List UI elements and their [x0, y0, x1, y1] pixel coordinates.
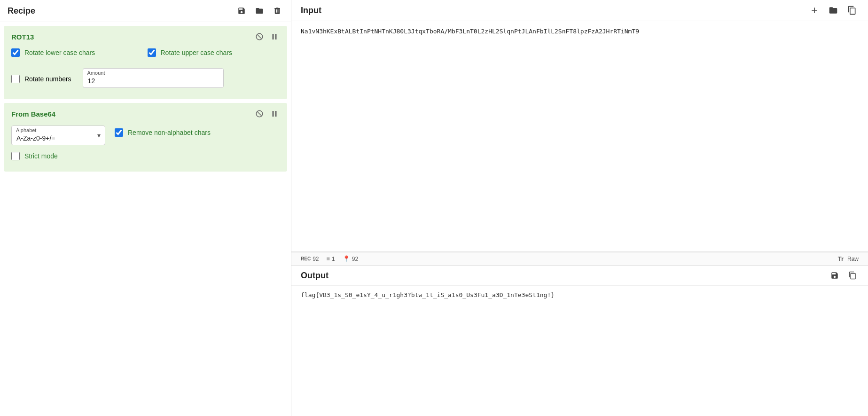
- amount-label: Amount: [87, 70, 105, 76]
- rot13-title: ROT13: [11, 33, 34, 41]
- input-header: Input: [291, 0, 868, 21]
- copy-icon: [847, 6, 857, 15]
- remove-non-alphabet-row: Remove non-alphabet chars: [115, 128, 211, 137]
- output-header: Output: [291, 266, 868, 286]
- open-folder-button[interactable]: [253, 6, 266, 16]
- rotate-numbers-row: Rotate numbers Amount: [11, 68, 280, 92]
- rotate-upper-checkbox[interactable]: [148, 48, 156, 57]
- rotate-numbers-checkbox[interactable]: [11, 75, 20, 83]
- recipe-header: Recipe: [0, 0, 291, 22]
- svg-rect-2: [273, 34, 274, 39]
- lines-value: 1: [332, 256, 335, 262]
- recipe-title: Recipe: [8, 6, 35, 16]
- amount-field: Amount: [83, 68, 224, 88]
- trash-icon: [273, 7, 282, 15]
- recipe-panel: Recipe ROT13: [0, 0, 291, 416]
- from-base64-card: From Base64: [4, 103, 287, 172]
- svg-rect-3: [275, 34, 277, 39]
- pause-icon: [270, 32, 279, 41]
- save-recipe-button[interactable]: [235, 6, 248, 16]
- input-text[interactable]: Na1vN3hKExBtALBtInPtNHTnKJ80L3JtqxTboRA/…: [291, 21, 868, 251]
- from-base64-disable-button[interactable]: [254, 109, 265, 119]
- save-output-icon: [830, 271, 839, 280]
- copy-output-button[interactable]: [846, 270, 859, 281]
- folder-icon: [255, 7, 264, 15]
- output-header-icons: [829, 270, 859, 281]
- remove-non-alphabet-label[interactable]: Remove non-alphabet chars: [128, 129, 211, 136]
- io-panel: Input Na1vN3hKExBt: [291, 0, 868, 416]
- input-title: Input: [301, 6, 321, 16]
- save-output-button[interactable]: [829, 270, 841, 281]
- lines-icon: ≡: [326, 255, 330, 262]
- recipe-header-icons: [235, 6, 283, 16]
- strict-mode-row: Strict mode: [11, 152, 280, 160]
- output-section: Output flag{VB3_1s_S0_e1sY_4_u_r1gh3?btw…: [291, 266, 868, 416]
- status-left: REC 92 ≡ 1 📍 92: [301, 255, 358, 262]
- input-section: Input Na1vN3hKExBt: [291, 0, 868, 252]
- rot13-card: ROT13: [4, 26, 287, 99]
- status-position: 📍 92: [343, 255, 358, 262]
- from-base64-title: From Base64: [11, 110, 55, 118]
- svg-line-5: [257, 111, 262, 117]
- strict-mode-label[interactable]: Strict mode: [24, 152, 58, 160]
- rotate-lower-checkbox[interactable]: [11, 48, 20, 57]
- output-text: flag{VB3_1s_S0_e1sY_4_u_r1gh3?btw_1t_iS_…: [291, 286, 868, 416]
- rot13-checkboxes: Rotate lower case chars Rotate upper cas…: [11, 48, 280, 63]
- save-icon: [237, 7, 246, 15]
- recipe-body: ROT13: [0, 22, 291, 416]
- position-icon: 📍: [343, 255, 350, 262]
- position-value: 92: [352, 256, 358, 262]
- svg-rect-6: [273, 111, 274, 117]
- rot13-controls: [254, 31, 280, 42]
- status-rec: REC 92: [301, 256, 319, 262]
- rotate-upper-label[interactable]: Rotate upper case chars: [161, 49, 233, 56]
- plus-icon: [810, 6, 819, 15]
- delete-recipe-button[interactable]: [271, 6, 283, 16]
- svg-line-1: [257, 34, 262, 39]
- svg-rect-7: [275, 111, 277, 117]
- pause-icon: [270, 110, 279, 118]
- from-base64-header: From Base64: [11, 109, 280, 119]
- rotate-numbers-label[interactable]: Rotate numbers: [24, 75, 71, 83]
- remove-non-alphabet-checkbox[interactable]: [115, 128, 123, 137]
- copy-input-button[interactable]: [845, 5, 859, 16]
- rotate-numbers-check: Rotate numbers: [11, 68, 71, 83]
- output-title: Output: [301, 271, 328, 281]
- load-file-input-button[interactable]: [827, 5, 840, 16]
- alphabet-select-wrapper: Alphabet A-Za-z0-9+/= A-Za-z0-9-_ A-Za-z…: [11, 126, 105, 145]
- status-bar: REC 92 ≡ 1 📍 92 Tr Raw: [291, 252, 868, 266]
- rot13-header: ROT13: [11, 31, 280, 42]
- rec-icon: REC: [301, 256, 311, 261]
- rotate-lower-row: Rotate lower case chars: [11, 48, 144, 57]
- rot13-disable-button[interactable]: [254, 31, 265, 42]
- alphabet-row: Alphabet A-Za-z0-9+/= A-Za-z0-9-_ A-Za-z…: [11, 126, 280, 145]
- disable-icon: [255, 32, 264, 41]
- status-right: Tr Raw: [838, 255, 859, 262]
- rotate-upper-row: Rotate upper case chars: [148, 48, 280, 57]
- copy-output-icon: [848, 271, 857, 280]
- rot13-pause-button[interactable]: [269, 31, 280, 42]
- add-input-button[interactable]: [808, 5, 821, 16]
- rec-value: 92: [313, 256, 319, 262]
- status-lines: ≡ 1: [326, 255, 335, 262]
- from-base64-controls: [254, 109, 280, 119]
- from-base64-pause-button[interactable]: [269, 109, 280, 119]
- rotate-lower-label[interactable]: Rotate lower case chars: [24, 49, 95, 56]
- strict-mode-checkbox[interactable]: [11, 152, 20, 160]
- input-header-icons: [808, 5, 859, 16]
- folder-open-icon: [829, 6, 838, 15]
- alphabet-label: Alphabet: [16, 127, 36, 133]
- raw-button[interactable]: Raw: [847, 256, 859, 262]
- disable-icon: [255, 110, 264, 118]
- tr-icon: Tr: [838, 255, 844, 262]
